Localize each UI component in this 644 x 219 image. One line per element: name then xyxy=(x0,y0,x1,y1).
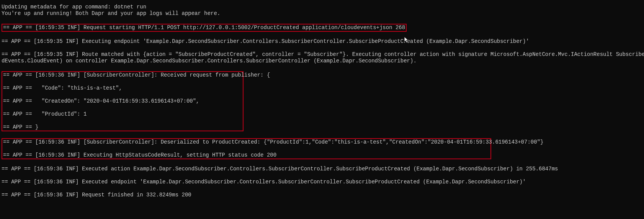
log-line: == APP == [16:59:35 INF] Request startin… xyxy=(2,25,406,31)
log-line xyxy=(2,145,490,152)
log-line: == APP == [16:59:35 INF] Executing endpo… xyxy=(2,38,644,45)
log-line xyxy=(2,78,243,85)
log-line: == APP == [16:59:36 INF] Executing HttpS… xyxy=(2,152,490,159)
log-line: == APP == [16:59:36 INF] Executed action… xyxy=(2,166,644,172)
highlighted-log-box: == APP == [16:59:36 INF] [SubscriberCont… xyxy=(2,138,491,159)
log-line xyxy=(2,92,243,98)
log-line: == APP == "CreatedOn": "2020-04-01T16:59… xyxy=(2,98,243,105)
highlighted-log-box: == APP == [16:59:36 INF] [SubscriberCont… xyxy=(2,71,244,131)
log-line: == APP == } xyxy=(2,124,243,131)
log-line: == APP == [16:59:36 INF] Executed endpoi… xyxy=(2,179,644,185)
log-line: Updating metadata for app command: dotne… xyxy=(2,4,644,10)
log-line xyxy=(2,105,243,111)
log-line: == APP == [16:59:36 INF] Request finishe… xyxy=(2,192,644,198)
log-line: == APP == "Code": "this-is-a-test", xyxy=(2,85,243,92)
log-line: == APP == [16:59:36 INF] [SubscriberCont… xyxy=(2,139,490,145)
log-line: == APP == [16:59:35 INF] Route matched w… xyxy=(2,51,644,58)
log-line: You're up and running! Both Dapr and you… xyxy=(2,10,644,17)
log-line: == APP == [16:59:36 INF] [SubscriberCont… xyxy=(2,72,243,78)
log-line: dEvents.CloudEvent) on controller Exampl… xyxy=(2,58,644,64)
log-line xyxy=(2,118,243,124)
log-line: == APP == "ProductId": 1 xyxy=(2,111,243,118)
highlighted-log-box: == APP == [16:59:35 INF] Request startin… xyxy=(2,24,407,32)
terminal-output[interactable]: Updating metadata for app command: dotne… xyxy=(2,4,644,198)
